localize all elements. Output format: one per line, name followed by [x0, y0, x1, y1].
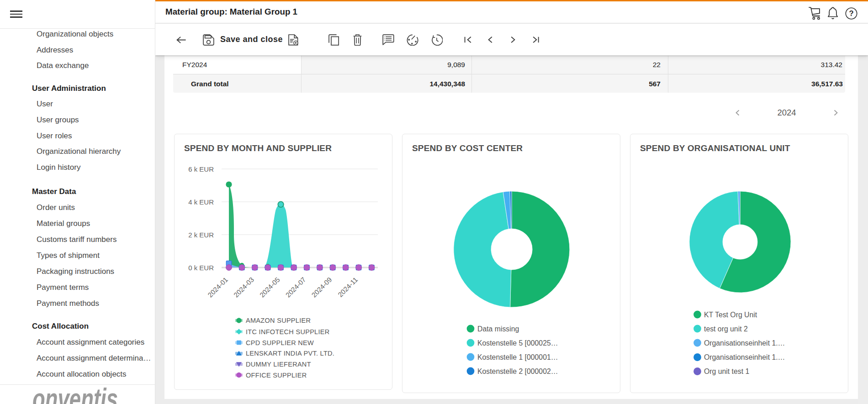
svg-text:2024-07: 2024-07	[284, 276, 307, 299]
svg-text:2024-05: 2024-05	[258, 276, 281, 299]
svg-text:test org unit 2: test org unit 2	[704, 325, 748, 333]
svg-text:Kostenstelle 2 [000002…: Kostenstelle 2 [000002…	[477, 367, 558, 375]
svg-text:Org unit test 1: Org unit test 1	[704, 367, 749, 375]
svg-text:DUMMY LIEFERANT: DUMMY LIEFERANT	[246, 361, 311, 368]
svg-text:KT Test Org Unit: KT Test Org Unit	[704, 311, 757, 319]
svg-text:OFFICE SUPPLIER: OFFICE SUPPLIER	[246, 372, 307, 379]
svg-text:ITC INFOTECH SUPPLIER: ITC INFOTECH SUPPLIER	[246, 328, 330, 336]
svg-text:2024-09: 2024-09	[310, 276, 333, 299]
svg-text:CPD SUPPLIER NEW: CPD SUPPLIER NEW	[246, 339, 314, 346]
svg-text:Data missing: Data missing	[477, 325, 519, 333]
svg-text:2024-03: 2024-03	[232, 276, 255, 299]
svg-text:2 k EUR: 2 k EUR	[188, 231, 214, 239]
svg-text:onventis: onventis	[32, 385, 118, 404]
svg-text:0 k EUR: 0 k EUR	[188, 264, 214, 272]
svg-text:2024-01: 2024-01	[206, 276, 229, 299]
svg-text:?: ?	[849, 9, 853, 17]
svg-text:AMAZON SUPPLIER: AMAZON SUPPLIER	[246, 317, 311, 324]
svg-text:LENSKART INDIA PVT. LTD.: LENSKART INDIA PVT. LTD.	[246, 350, 334, 357]
svg-text:Kostenstelle 5 [000025…: Kostenstelle 5 [000025…	[477, 339, 558, 347]
svg-text:2024-11: 2024-11	[336, 276, 359, 299]
svg-text:Organisationseinheit 1.…: Organisationseinheit 1.…	[704, 339, 785, 347]
svg-text:Kostenstelle 1 [000001…: Kostenstelle 1 [000001…	[477, 353, 558, 361]
svg-text:Organisationseinheit 1.…: Organisationseinheit 1.…	[704, 353, 785, 361]
svg-text:6 k EUR: 6 k EUR	[188, 165, 214, 173]
svg-text:4 k EUR: 4 k EUR	[188, 198, 214, 206]
